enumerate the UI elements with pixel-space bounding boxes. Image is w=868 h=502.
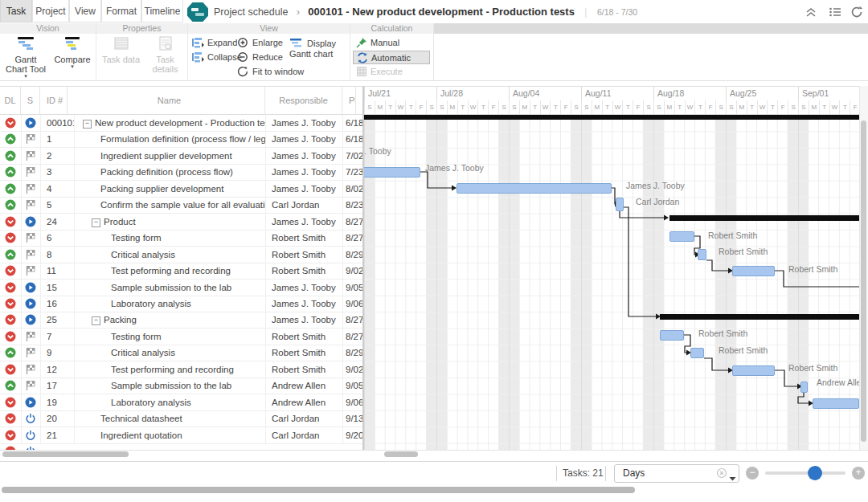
app-logo-icon — [187, 2, 208, 22]
table-row[interactable]: 16Laboratory analysisJames J. Tooby9/06 — [0, 296, 362, 312]
zoom-out-button[interactable]: − — [746, 467, 759, 480]
timeline-day-label: W — [685, 100, 695, 114]
table-row[interactable] — [0, 443, 362, 450]
tab-format[interactable]: Format — [101, 0, 141, 22]
tab-timeline[interactable]: Timeline — [141, 0, 183, 22]
timeline-day-label: F — [416, 100, 426, 114]
column-header-responsible[interactable]: Responsible — [265, 87, 342, 114]
column-divider — [74, 345, 75, 361]
gantt-bar-task-24[interactable] — [669, 215, 859, 221]
gantt-bar-task-5[interactable] — [616, 198, 624, 211]
gantt-bar-task-6[interactable] — [669, 231, 694, 242]
table-row[interactable]: 3Packing definition (process flow)James … — [0, 164, 362, 181]
pin-icon — [356, 38, 371, 47]
ribbon-task-details-button: Task details — [145, 35, 185, 74]
gantt-bar-task-12[interactable] — [732, 365, 775, 376]
table-row[interactable]: 4Packing supplier developmentJames J. To… — [0, 181, 362, 198]
column-header-pla[interactable]: Pla — [342, 87, 356, 114]
table-row[interactable]: 2Ingredient supplier developmentJames J.… — [0, 148, 362, 165]
ribbon-automatic-button[interactable]: Automatic — [353, 51, 430, 64]
gantt-vertical-scrollbar-thumb[interactable] — [861, 120, 866, 442]
ribbon-reduce-button[interactable]: Reduce — [237, 51, 283, 64]
tab-project[interactable]: Project — [32, 0, 69, 22]
table-row[interactable]: 000101−New product development - Product… — [0, 115, 362, 132]
column-divider — [265, 263, 266, 279]
tab-view[interactable]: View — [69, 0, 101, 22]
table-row[interactable]: 25−PackingJames J. Tooby8/27 — [0, 312, 362, 329]
table-row[interactable]: 12Test performing and recordingRobert Sm… — [0, 361, 362, 378]
breadcrumb[interactable]: Project schedule — [214, 6, 288, 18]
deadline-status-down-icon — [5, 413, 16, 427]
table-row[interactable]: 1Formulation definition (process flow / … — [0, 131, 362, 148]
gantt-bar-task-8[interactable] — [698, 249, 706, 260]
timeline-day-label: T — [819, 100, 829, 114]
column-divider — [342, 181, 343, 197]
table-row[interactable]: 17Sample submission to the labAndrew All… — [0, 378, 362, 394]
gantt-bar-task-4[interactable] — [457, 183, 612, 194]
collapse-ribbon-icon[interactable] — [805, 6, 819, 18]
task-state-flag-icon — [25, 150, 36, 165]
gantt-bar-task-3[interactable] — [364, 167, 420, 178]
timeline-day-label: S — [426, 100, 436, 114]
zoom-slider-thumb[interactable] — [808, 466, 822, 480]
page-horizontal-scrollbar-thumb[interactable] — [2, 487, 635, 493]
gantt-bar-task-25[interactable] — [660, 314, 859, 320]
table-row[interactable]: 11Test peforming and recordingRobert Smi… — [0, 263, 362, 280]
ribbon-display-gantt-chart-button[interactable]: Display Gantt chart — [289, 38, 352, 51]
task-planned-date: 9/06 — [346, 296, 362, 312]
timeline-day-label: M — [375, 100, 385, 114]
table-row[interactable]: 15Sample submission to the labJames J. T… — [0, 280, 362, 296]
column-header-s[interactable]: S — [21, 87, 40, 114]
column-divider — [40, 378, 41, 394]
column-divider — [74, 148, 75, 164]
gantt-bar-task-11[interactable] — [732, 266, 775, 276]
table-row[interactable]: 21Ingredient quotationCarl Jordan9/20 — [0, 427, 362, 444]
timeline-day-label: S — [364, 100, 375, 114]
refresh-icon[interactable] — [850, 6, 865, 18]
gantt-bar-label: Robert Smith — [719, 345, 768, 355]
table-row[interactable]: 5Confirm the sample value for all evalua… — [0, 197, 362, 214]
collapse-toggle[interactable]: − — [92, 316, 100, 325]
table-row[interactable]: 24−ProductJames J. Tooby8/27 — [0, 214, 362, 231]
timeline-day-label: M — [592, 100, 602, 114]
chevron-down-icon[interactable] — [729, 471, 736, 485]
deadline-status-down-icon — [5, 216, 16, 231]
ribbon-expand-button[interactable]: Expand — [191, 36, 237, 50]
collapse-toggle[interactable]: − — [83, 120, 92, 129]
table-row[interactable]: 9Critical analysisRobert Smith8/29 — [0, 345, 362, 361]
time-scale-select[interactable]: Days — [614, 464, 739, 483]
column-header-name[interactable]: Name — [74, 87, 265, 114]
table-row[interactable]: 7Testing formRobert Smith8/27 — [0, 329, 362, 345]
column-header-dl[interactable]: DL — [0, 87, 21, 114]
clear-icon[interactable] — [716, 467, 727, 482]
column-divider — [74, 296, 75, 312]
table-row[interactable]: 19Laboratory analysisAndrew Allen9/06 — [0, 394, 362, 411]
column-header-id[interactable]: ID # — [40, 87, 68, 114]
gantt-bar-task-000101[interactable] — [364, 115, 859, 120]
ribbon-fit-to-window-button[interactable]: Fit to window — [237, 65, 304, 79]
gantt-bar-task-17[interactable] — [800, 382, 808, 393]
ribbon-enlarge-button[interactable]: Enlarge — [237, 36, 283, 50]
list-view-icon[interactable] — [829, 6, 843, 18]
column-divider — [74, 329, 75, 345]
gantt-bar-task-7[interactable] — [660, 330, 684, 341]
tab-task[interactable]: Task — [0, 0, 32, 22]
ribbon-collapse-button[interactable]: Collapse — [191, 51, 242, 64]
ribbon-compare-button[interactable]: Compare▾ — [51, 35, 93, 69]
gantt-horizontal-scrollbar-thumb[interactable] — [384, 451, 418, 457]
ribbon-toolbar: VisionGantt Chart Tool▾Compare▾Propertie… — [0, 23, 868, 81]
ribbon-manual-button[interactable]: Manual — [353, 36, 433, 50]
table-row[interactable]: 20Technical datasheetCarl Jordan9/13 — [0, 410, 362, 427]
table-row[interactable]: 8Critical analysisRobert Smith8/29 — [0, 247, 362, 263]
gantt-bar-task-19[interactable] — [813, 398, 859, 409]
zoom-slider-track[interactable] — [765, 471, 845, 475]
table-row[interactable]: 6Testing formRobert Smith8/27 — [0, 230, 362, 247]
collapse-toggle[interactable]: − — [92, 218, 100, 227]
task-id: 25 — [47, 312, 74, 328]
zoom-in-button[interactable]: + — [852, 467, 865, 480]
gantt-bar-task-9[interactable] — [690, 348, 704, 358]
ribbon-gantt-chart-tool-button[interactable]: Gantt Chart Tool▾ — [5, 35, 47, 79]
table-horizontal-scrollbar-thumb[interactable] — [2, 451, 129, 457]
task-responsible: Robert Smith — [272, 361, 342, 378]
dependency-line — [624, 207, 657, 316]
